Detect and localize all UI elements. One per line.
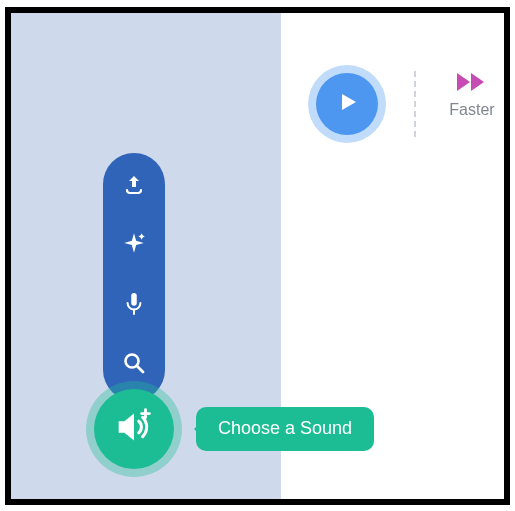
sound-toolbar — [103, 153, 165, 401]
upload-icon[interactable] — [122, 173, 146, 201]
sparkle-icon[interactable] — [121, 231, 147, 261]
speaker-plus-icon — [111, 404, 157, 454]
vertical-divider — [414, 71, 416, 137]
faster-button[interactable]: Faster — [437, 71, 507, 119]
microphone-icon[interactable] — [123, 291, 145, 321]
svg-line-3 — [137, 366, 143, 372]
fast-forward-icon — [455, 71, 489, 97]
tooltip-text: Choose a Sound — [218, 418, 352, 439]
search-icon[interactable] — [122, 351, 146, 379]
svg-rect-0 — [131, 293, 137, 306]
play-icon — [335, 90, 359, 118]
app-frame: Choose a Sound Faster — [5, 7, 510, 505]
faster-label: Faster — [449, 101, 494, 119]
play-button[interactable] — [316, 73, 378, 135]
choose-sound-button[interactable] — [94, 389, 174, 469]
choose-sound-tooltip: Choose a Sound — [196, 407, 374, 451]
